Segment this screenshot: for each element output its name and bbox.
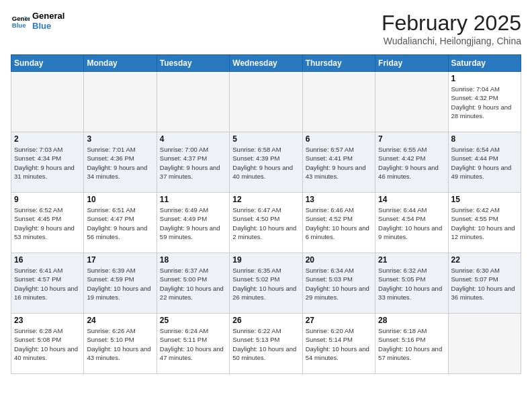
calendar-week-row: 16Sunrise: 6:41 AM Sunset: 4:57 PM Dayli… [11, 253, 521, 314]
day-header-saturday: Saturday [448, 55, 521, 72]
day-header-thursday: Thursday [302, 55, 375, 72]
day-number: 26 [232, 316, 299, 325]
title-block: February 2025 Wudalianchi, Heilongjiang,… [382, 11, 521, 46]
calendar-cell: 1Sunrise: 7:04 AM Sunset: 4:32 PM Daylig… [448, 72, 521, 132]
calendar-cell: 13Sunrise: 6:46 AM Sunset: 4:52 PM Dayli… [302, 193, 375, 253]
day-info: Sunrise: 6:49 AM Sunset: 4:49 PM Dayligh… [160, 205, 226, 241]
calendar-cell [11, 72, 84, 132]
day-number: 27 [306, 316, 372, 325]
day-info: Sunrise: 6:20 AM Sunset: 5:14 PM Dayligh… [306, 326, 372, 362]
day-number: 22 [451, 255, 518, 265]
calendar-cell: 4Sunrise: 7:00 AM Sunset: 4:37 PM Daylig… [157, 132, 229, 193]
calendar-cell: 10Sunrise: 6:51 AM Sunset: 4:47 PM Dayli… [84, 193, 157, 253]
day-info: Sunrise: 6:52 AM Sunset: 4:45 PM Dayligh… [14, 205, 81, 241]
calendar-cell: 23Sunrise: 6:28 AM Sunset: 5:08 PM Dayli… [11, 314, 84, 374]
day-info: Sunrise: 6:18 AM Sunset: 5:16 PM Dayligh… [378, 326, 445, 362]
day-number: 20 [306, 255, 372, 265]
day-number: 4 [160, 134, 226, 144]
day-info: Sunrise: 6:58 AM Sunset: 4:39 PM Dayligh… [232, 145, 299, 181]
logo: General Blue General Blue [11, 11, 64, 31]
calendar-cell: 26Sunrise: 6:22 AM Sunset: 5:13 PM Dayli… [230, 314, 302, 374]
calendar-cell [230, 72, 302, 132]
day-number: 23 [14, 316, 81, 325]
day-number: 3 [87, 134, 153, 144]
calendar-cell [448, 314, 521, 374]
day-info: Sunrise: 6:54 AM Sunset: 4:44 PM Dayligh… [451, 145, 518, 181]
day-header-friday: Friday [375, 55, 448, 72]
logo-icon: General Blue [11, 11, 30, 30]
day-header-wednesday: Wednesday [230, 55, 302, 72]
day-number: 6 [306, 134, 372, 144]
day-info: Sunrise: 7:01 AM Sunset: 4:36 PM Dayligh… [87, 145, 153, 181]
calendar-cell: 9Sunrise: 6:52 AM Sunset: 4:45 PM Daylig… [11, 193, 84, 253]
calendar-week-row: 2Sunrise: 7:03 AM Sunset: 4:34 PM Daylig… [11, 132, 521, 193]
calendar-cell: 24Sunrise: 6:26 AM Sunset: 5:10 PM Dayli… [84, 314, 157, 374]
day-info: Sunrise: 6:32 AM Sunset: 5:05 PM Dayligh… [378, 266, 445, 302]
logo-line1: General [32, 11, 64, 21]
day-number: 25 [160, 316, 226, 325]
calendar-week-row: 1Sunrise: 7:04 AM Sunset: 4:32 PM Daylig… [11, 72, 521, 132]
day-number: 28 [378, 316, 445, 325]
day-header-monday: Monday [84, 55, 157, 72]
day-info: Sunrise: 6:44 AM Sunset: 4:54 PM Dayligh… [378, 205, 445, 241]
day-info: Sunrise: 6:37 AM Sunset: 5:00 PM Dayligh… [160, 266, 226, 302]
day-number: 17 [87, 255, 153, 265]
day-info: Sunrise: 6:41 AM Sunset: 4:57 PM Dayligh… [14, 266, 81, 302]
day-info: Sunrise: 6:28 AM Sunset: 5:08 PM Dayligh… [14, 326, 81, 362]
day-info: Sunrise: 6:39 AM Sunset: 4:59 PM Dayligh… [87, 266, 153, 302]
calendar-cell: 16Sunrise: 6:41 AM Sunset: 4:57 PM Dayli… [11, 253, 84, 314]
calendar-header-row: SundayMondayTuesdayWednesdayThursdayFrid… [11, 55, 521, 72]
calendar-cell [84, 72, 157, 132]
day-info: Sunrise: 6:42 AM Sunset: 4:55 PM Dayligh… [451, 205, 518, 241]
day-info: Sunrise: 7:03 AM Sunset: 4:34 PM Dayligh… [14, 145, 81, 181]
page-header: General Blue General Blue February 2025 … [11, 11, 521, 46]
svg-text:Blue: Blue [12, 21, 26, 29]
day-number: 9 [14, 195, 81, 204]
day-info: Sunrise: 6:24 AM Sunset: 5:11 PM Dayligh… [160, 326, 226, 362]
calendar-cell: 20Sunrise: 6:34 AM Sunset: 5:03 PM Dayli… [302, 253, 375, 314]
day-number: 5 [232, 134, 299, 144]
day-number: 12 [232, 195, 299, 204]
day-info: Sunrise: 6:22 AM Sunset: 5:13 PM Dayligh… [232, 326, 299, 362]
day-number: 18 [160, 255, 226, 265]
calendar-cell: 3Sunrise: 7:01 AM Sunset: 4:36 PM Daylig… [84, 132, 157, 193]
day-number: 24 [87, 316, 153, 325]
day-number: 19 [232, 255, 299, 265]
calendar-cell: 19Sunrise: 6:35 AM Sunset: 5:02 PM Dayli… [230, 253, 302, 314]
calendar-cell: 21Sunrise: 6:32 AM Sunset: 5:05 PM Dayli… [375, 253, 448, 314]
day-number: 7 [378, 134, 445, 144]
calendar-cell: 2Sunrise: 7:03 AM Sunset: 4:34 PM Daylig… [11, 132, 84, 193]
day-number: 21 [378, 255, 445, 265]
day-info: Sunrise: 6:30 AM Sunset: 5:07 PM Dayligh… [451, 266, 518, 302]
day-number: 14 [378, 195, 445, 204]
day-info: Sunrise: 6:46 AM Sunset: 4:52 PM Dayligh… [306, 205, 372, 241]
day-number: 16 [14, 255, 81, 265]
day-header-sunday: Sunday [11, 55, 84, 72]
calendar-table: SundayMondayTuesdayWednesdayThursdayFrid… [11, 54, 521, 374]
day-info: Sunrise: 6:26 AM Sunset: 5:10 PM Dayligh… [87, 326, 153, 362]
day-number: 15 [451, 195, 518, 204]
day-number: 10 [87, 195, 153, 204]
calendar-cell: 11Sunrise: 6:49 AM Sunset: 4:49 PM Dayli… [157, 193, 229, 253]
calendar-cell: 14Sunrise: 6:44 AM Sunset: 4:54 PM Dayli… [375, 193, 448, 253]
day-info: Sunrise: 6:57 AM Sunset: 4:41 PM Dayligh… [306, 145, 372, 181]
calendar-cell: 7Sunrise: 6:55 AM Sunset: 4:42 PM Daylig… [375, 132, 448, 193]
day-info: Sunrise: 6:55 AM Sunset: 4:42 PM Dayligh… [378, 145, 445, 181]
location: Wudalianchi, Heilongjiang, China [382, 36, 521, 46]
calendar-cell [302, 72, 375, 132]
calendar-cell: 28Sunrise: 6:18 AM Sunset: 5:16 PM Dayli… [375, 314, 448, 374]
day-info: Sunrise: 6:35 AM Sunset: 5:02 PM Dayligh… [232, 266, 299, 302]
day-info: Sunrise: 7:00 AM Sunset: 4:37 PM Dayligh… [160, 145, 226, 181]
calendar-cell [375, 72, 448, 132]
calendar-cell: 6Sunrise: 6:57 AM Sunset: 4:41 PM Daylig… [302, 132, 375, 193]
day-number: 1 [451, 74, 518, 83]
calendar-cell: 27Sunrise: 6:20 AM Sunset: 5:14 PM Dayli… [302, 314, 375, 374]
day-number: 2 [14, 134, 81, 144]
day-info: Sunrise: 6:47 AM Sunset: 4:50 PM Dayligh… [232, 205, 299, 241]
calendar-cell: 25Sunrise: 6:24 AM Sunset: 5:11 PM Dayli… [157, 314, 229, 374]
calendar-cell: 22Sunrise: 6:30 AM Sunset: 5:07 PM Dayli… [448, 253, 521, 314]
calendar-week-row: 9Sunrise: 6:52 AM Sunset: 4:45 PM Daylig… [11, 193, 521, 253]
logo-line2: Blue [32, 21, 64, 31]
calendar-cell: 12Sunrise: 6:47 AM Sunset: 4:50 PM Dayli… [230, 193, 302, 253]
calendar-cell: 5Sunrise: 6:58 AM Sunset: 4:39 PM Daylig… [230, 132, 302, 193]
